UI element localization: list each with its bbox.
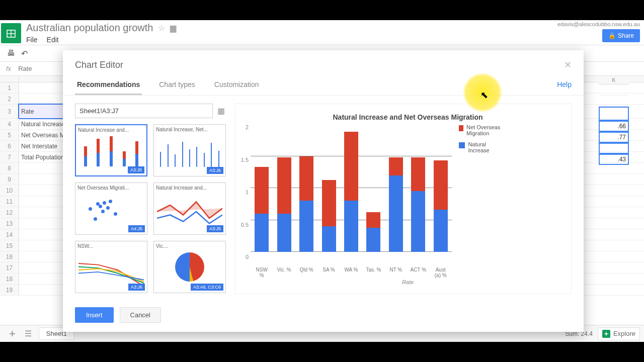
star-icon[interactable]: ☆ [158, 23, 165, 33]
bar-4 [344, 132, 358, 252]
dialog-title: Chart Editor [75, 60, 564, 70]
thumb-preview [78, 192, 144, 225]
sheets-logo[interactable] [1, 23, 21, 43]
print-icon[interactable]: 🖶 [7, 49, 15, 58]
row-header[interactable]: 19 [0, 285, 19, 295]
cell-k7[interactable]: .43 [599, 154, 629, 165]
chart-legend: Net Overseas MigrationNatural Increase [459, 124, 504, 280]
ytick: 1.5 [238, 157, 249, 163]
chart-thumb-3[interactable]: Natural Increase and...A3:J5 [153, 183, 226, 235]
thumb-range-badge: A3:A6, C3:C6 [191, 284, 223, 291]
data-range-input[interactable] [75, 104, 213, 118]
row-header[interactable]: 17 [0, 262, 19, 273]
thumb-range-badge: A3:J5 [128, 166, 144, 173]
chart-editor-dialog: Chart Editor ✕ Recommendations Chart typ… [63, 50, 584, 332]
tab-recommendations[interactable]: Recommendations [75, 80, 142, 95]
formula-content[interactable]: Rate [18, 65, 32, 72]
share-button[interactable]: 🔒 Share [602, 29, 640, 42]
cell-k6[interactable] [599, 143, 629, 154]
bar-0 [255, 167, 269, 252]
chart-preview: Natural Increase and Net Overseas Migrat… [235, 104, 572, 294]
thumb-preview [78, 250, 144, 284]
row-header[interactable]: 7 [0, 152, 19, 162]
xlabel: WA % [343, 267, 360, 278]
cell-k3[interactable] [599, 107, 629, 121]
tab-chart-types[interactable]: Chart types [157, 80, 197, 95]
menu-edit[interactable]: Edit [47, 36, 59, 44]
x-axis-labels: NSW %Vic. %Qld %SA %WA %Tas. %NT %ACT %A… [251, 267, 452, 278]
row-header[interactable]: 12 [0, 207, 19, 218]
close-icon[interactable]: ✕ [564, 59, 572, 70]
insert-button[interactable]: Insert [75, 307, 114, 323]
ytick: 1 [238, 189, 249, 195]
tab-customization[interactable]: Customization [212, 80, 261, 95]
add-sheet-button[interactable]: + [4, 327, 21, 340]
ytick: 0 [238, 254, 249, 260]
titlebar: Australian population growth ☆ ▆ File Ed… [0, 20, 644, 44]
thumb-label: Natural Increase and... [156, 185, 223, 191]
colhead-k[interactable]: K [599, 76, 629, 84]
folder-icon[interactable]: ▆ [170, 23, 176, 33]
xlabel: Qld % [298, 267, 315, 278]
bar-5 [366, 212, 380, 252]
thumb-range-badge: A3:J6 [207, 167, 223, 174]
thumb-label: Vic.... [156, 243, 223, 249]
chart-plot: 21.510.50 NSW %Vic. %Qld %SA %WA %Tas. %… [251, 124, 452, 280]
row-header[interactable]: 14 [0, 229, 19, 240]
row-header[interactable]: 3 [0, 105, 19, 118]
legend-item: Natural Increase [459, 141, 504, 153]
menu-file[interactable]: File [26, 36, 38, 44]
thumb-preview [157, 250, 222, 284]
cell-k4[interactable]: .66 [599, 121, 629, 132]
thumb-preview [79, 134, 143, 166]
chart-thumb-4[interactable]: NSW...A3:J6 [75, 241, 147, 293]
ytick: 2 [238, 124, 249, 130]
legend-label: Natural Increase [468, 141, 504, 153]
row-header[interactable]: 9 [0, 174, 19, 185]
chart-thumb-0[interactable]: Natural Increase and...A3:J5 [75, 124, 147, 176]
recommendations-panel: ▦ Natural Increase and...A3:J5Natural In… [75, 104, 226, 294]
row-header[interactable]: 4 [0, 119, 19, 129]
bar-3 [322, 180, 336, 252]
thumb-label: Natural Increase and... [78, 127, 144, 133]
bar-1 [277, 157, 291, 252]
document-title[interactable]: Australian population growth [26, 22, 153, 34]
legend-swatch [459, 125, 463, 131]
row-header[interactable]: 16 [0, 251, 19, 262]
ytick: 0.5 [238, 222, 249, 228]
user-email[interactable]: edavis@alescodubbo.nsw.edu.au [557, 21, 640, 27]
row-header[interactable]: 5 [0, 130, 19, 140]
chart-thumb-2[interactable]: Net Overseas Migrati...A4:J5 [75, 183, 147, 235]
row-header[interactable]: 10 [0, 185, 19, 196]
thumb-range-badge: A4:J5 [128, 225, 145, 232]
all-sheets-button[interactable]: ☰ [21, 329, 36, 338]
explore-button[interactable]: Explore [598, 327, 640, 340]
explore-label: Explore [613, 330, 635, 337]
row-header[interactable]: 6 [0, 141, 19, 151]
xlabel: SA % [320, 267, 338, 278]
chart-thumb-1[interactable]: Natural Increase, Net...A3:J6 [153, 124, 226, 176]
cell-k1[interactable] [599, 84, 629, 96]
row-header[interactable]: 18 [0, 274, 19, 284]
cancel-button[interactable]: Cancel [120, 307, 161, 323]
row-header[interactable]: 15 [0, 240, 19, 251]
thumb-range-badge: A3:J5 [207, 225, 223, 232]
row-header[interactable]: 8 [0, 163, 19, 173]
bar-8 [434, 160, 448, 252]
thumb-range-badge: A3:J6 [128, 284, 145, 291]
help-link[interactable]: Help [557, 80, 572, 95]
row-header[interactable]: 1 [0, 82, 19, 93]
cell-k2[interactable] [599, 96, 629, 107]
row-header[interactable]: 13 [0, 218, 19, 229]
chart-thumb-5[interactable]: Vic....A3:A6, C3:C6 [153, 241, 226, 293]
bar-6 [389, 157, 403, 252]
lock-icon: 🔒 [608, 32, 616, 39]
row-header[interactable]: 2 [0, 94, 19, 104]
thumb-label: Net Overseas Migrati... [77, 185, 145, 191]
bars [251, 124, 452, 252]
cell-k5[interactable]: .77 [599, 132, 629, 143]
select-range-icon[interactable]: ▦ [216, 106, 226, 116]
legend-swatch [459, 142, 465, 148]
undo-icon[interactable]: ↶ [21, 49, 28, 58]
row-header[interactable]: 11 [0, 196, 19, 207]
